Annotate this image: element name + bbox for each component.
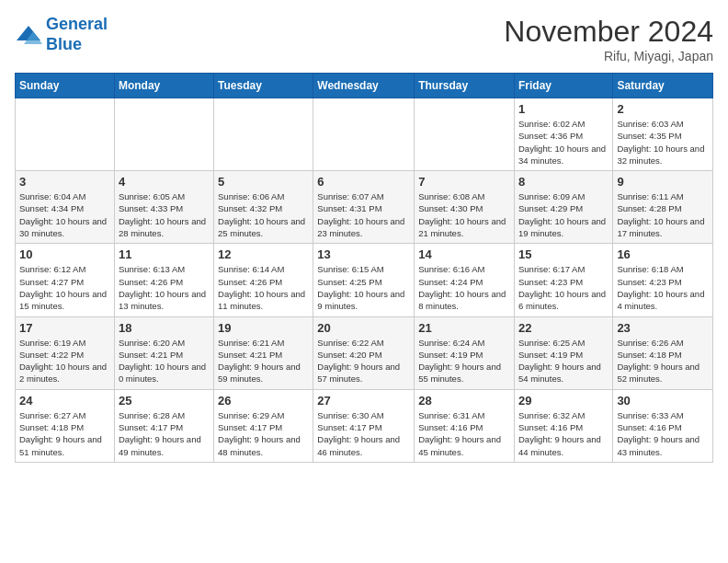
- day-number: 14: [418, 247, 510, 261]
- weekday-header-sunday: Sunday: [16, 74, 115, 98]
- day-info: Sunrise: 6:05 AM Sunset: 4:33 PM Dayligh…: [119, 190, 210, 239]
- day-info: Sunrise: 6:07 AM Sunset: 4:31 PM Dayligh…: [317, 190, 410, 239]
- day-number: 28: [418, 394, 510, 408]
- day-info: Sunrise: 6:14 AM Sunset: 4:26 PM Dayligh…: [218, 263, 309, 312]
- day-number: 3: [19, 175, 110, 189]
- calendar-cell: 11Sunrise: 6:13 AM Sunset: 4:26 PM Dayli…: [114, 244, 213, 316]
- day-number: 20: [317, 321, 410, 335]
- day-info: Sunrise: 6:31 AM Sunset: 4:16 PM Dayligh…: [418, 409, 510, 458]
- calendar-cell: 16Sunrise: 6:18 AM Sunset: 4:23 PM Dayli…: [613, 244, 713, 316]
- logo-icon: [15, 24, 42, 46]
- month-title: November 2024: [504, 15, 713, 49]
- calendar-cell: 1Sunrise: 6:02 AM Sunset: 4:36 PM Daylig…: [514, 98, 612, 171]
- day-number: 13: [317, 247, 410, 261]
- day-info: Sunrise: 6:13 AM Sunset: 4:26 PM Dayligh…: [119, 263, 210, 312]
- weekday-header-friday: Friday: [514, 74, 612, 98]
- day-info: Sunrise: 6:03 AM Sunset: 4:35 PM Dayligh…: [617, 118, 709, 167]
- day-number: 11: [119, 247, 210, 261]
- day-info: Sunrise: 6:21 AM Sunset: 4:21 PM Dayligh…: [218, 337, 309, 385]
- day-info: Sunrise: 6:26 AM Sunset: 4:18 PM Dayligh…: [617, 337, 709, 385]
- day-info: Sunrise: 6:18 AM Sunset: 4:23 PM Dayligh…: [617, 263, 709, 312]
- calendar-cell: 13Sunrise: 6:15 AM Sunset: 4:25 PM Dayli…: [313, 244, 415, 316]
- day-number: 18: [119, 321, 210, 335]
- day-number: 10: [19, 247, 110, 261]
- calendar-cell: [16, 98, 115, 171]
- day-number: 6: [317, 175, 410, 189]
- calendar-cell: 6Sunrise: 6:07 AM Sunset: 4:31 PM Daylig…: [313, 171, 415, 244]
- calendar-cell: 14Sunrise: 6:16 AM Sunset: 4:24 PM Dayli…: [415, 244, 515, 316]
- calendar-cell: 25Sunrise: 6:28 AM Sunset: 4:17 PM Dayli…: [114, 389, 213, 462]
- day-number: 22: [518, 321, 609, 335]
- day-info: Sunrise: 6:25 AM Sunset: 4:19 PM Dayligh…: [518, 337, 609, 385]
- calendar-week-3: 10Sunrise: 6:12 AM Sunset: 4:27 PM Dayli…: [16, 244, 713, 316]
- calendar-header: SundayMondayTuesdayWednesdayThursdayFrid…: [16, 74, 713, 98]
- calendar-cell: 27Sunrise: 6:30 AM Sunset: 4:17 PM Dayli…: [313, 389, 415, 462]
- calendar-cell: 24Sunrise: 6:27 AM Sunset: 4:18 PM Dayli…: [16, 389, 115, 462]
- logo-general: General: [46, 15, 108, 33]
- calendar-cell: 23Sunrise: 6:26 AM Sunset: 4:18 PM Dayli…: [613, 316, 713, 389]
- day-info: Sunrise: 6:09 AM Sunset: 4:29 PM Dayligh…: [518, 190, 609, 239]
- day-info: Sunrise: 6:15 AM Sunset: 4:25 PM Dayligh…: [317, 263, 410, 312]
- calendar-cell: 5Sunrise: 6:06 AM Sunset: 4:32 PM Daylig…: [214, 171, 313, 244]
- day-number: 17: [19, 321, 110, 335]
- day-info: Sunrise: 6:33 AM Sunset: 4:16 PM Dayligh…: [617, 409, 709, 458]
- day-info: Sunrise: 6:27 AM Sunset: 4:18 PM Dayligh…: [19, 409, 110, 458]
- day-number: 7: [418, 175, 510, 189]
- day-info: Sunrise: 6:11 AM Sunset: 4:28 PM Dayligh…: [617, 190, 709, 239]
- day-number: 4: [119, 175, 210, 189]
- day-info: Sunrise: 6:22 AM Sunset: 4:20 PM Dayligh…: [317, 337, 410, 385]
- day-info: Sunrise: 6:08 AM Sunset: 4:30 PM Dayligh…: [418, 190, 510, 239]
- day-info: Sunrise: 6:20 AM Sunset: 4:21 PM Dayligh…: [119, 337, 210, 385]
- day-number: 25: [119, 394, 210, 408]
- calendar-cell: [313, 98, 415, 171]
- day-info: Sunrise: 6:12 AM Sunset: 4:27 PM Dayligh…: [19, 263, 110, 312]
- day-number: 24: [19, 394, 110, 408]
- day-info: Sunrise: 6:29 AM Sunset: 4:17 PM Dayligh…: [218, 409, 309, 458]
- day-number: 9: [617, 175, 709, 189]
- day-number: 8: [518, 175, 609, 189]
- calendar-cell: 28Sunrise: 6:31 AM Sunset: 4:16 PM Dayli…: [415, 389, 515, 462]
- calendar-week-1: 1Sunrise: 6:02 AM Sunset: 4:36 PM Daylig…: [16, 98, 713, 171]
- day-number: 16: [617, 247, 709, 261]
- calendar-cell: 2Sunrise: 6:03 AM Sunset: 4:35 PM Daylig…: [613, 98, 713, 171]
- logo: General Blue: [15, 15, 108, 54]
- calendar-cell: 12Sunrise: 6:14 AM Sunset: 4:26 PM Dayli…: [214, 244, 313, 316]
- weekday-header-monday: Monday: [114, 74, 213, 98]
- weekday-header-thursday: Thursday: [415, 74, 515, 98]
- day-number: 5: [218, 175, 309, 189]
- day-info: Sunrise: 6:16 AM Sunset: 4:24 PM Dayligh…: [418, 263, 510, 312]
- logo-blue: Blue: [46, 35, 108, 55]
- day-info: Sunrise: 6:17 AM Sunset: 4:23 PM Dayligh…: [518, 263, 609, 312]
- day-info: Sunrise: 6:06 AM Sunset: 4:32 PM Dayligh…: [218, 190, 309, 239]
- location: Rifu, Miyagi, Japan: [504, 49, 713, 63]
- calendar-cell: 30Sunrise: 6:33 AM Sunset: 4:16 PM Dayli…: [613, 389, 713, 462]
- calendar-cell: 4Sunrise: 6:05 AM Sunset: 4:33 PM Daylig…: [114, 171, 213, 244]
- calendar-cell: 29Sunrise: 6:32 AM Sunset: 4:16 PM Dayli…: [514, 389, 612, 462]
- calendar-week-4: 17Sunrise: 6:19 AM Sunset: 4:22 PM Dayli…: [16, 316, 713, 389]
- calendar-cell: 21Sunrise: 6:24 AM Sunset: 4:19 PM Dayli…: [415, 316, 515, 389]
- day-number: 23: [617, 321, 709, 335]
- calendar-cell: 17Sunrise: 6:19 AM Sunset: 4:22 PM Dayli…: [16, 316, 115, 389]
- day-info: Sunrise: 6:24 AM Sunset: 4:19 PM Dayligh…: [418, 337, 510, 385]
- day-info: Sunrise: 6:28 AM Sunset: 4:17 PM Dayligh…: [119, 409, 210, 458]
- calendar-cell: 3Sunrise: 6:04 AM Sunset: 4:34 PM Daylig…: [16, 171, 115, 244]
- day-info: Sunrise: 6:30 AM Sunset: 4:17 PM Dayligh…: [317, 409, 410, 458]
- day-info: Sunrise: 6:04 AM Sunset: 4:34 PM Dayligh…: [19, 190, 110, 239]
- calendar-cell: 18Sunrise: 6:20 AM Sunset: 4:21 PM Dayli…: [114, 316, 213, 389]
- calendar-cell: [415, 98, 515, 171]
- calendar-cell: 22Sunrise: 6:25 AM Sunset: 4:19 PM Dayli…: [514, 316, 612, 389]
- calendar-cell: 15Sunrise: 6:17 AM Sunset: 4:23 PM Dayli…: [514, 244, 612, 316]
- calendar-body: 1Sunrise: 6:02 AM Sunset: 4:36 PM Daylig…: [16, 98, 713, 463]
- day-info: Sunrise: 6:19 AM Sunset: 4:22 PM Dayligh…: [19, 337, 110, 385]
- day-info: Sunrise: 6:32 AM Sunset: 4:16 PM Dayligh…: [518, 409, 609, 458]
- day-number: 12: [218, 247, 309, 261]
- calendar-cell: 20Sunrise: 6:22 AM Sunset: 4:20 PM Dayli…: [313, 316, 415, 389]
- title-block: November 2024 Rifu, Miyagi, Japan: [504, 15, 713, 63]
- day-number: 21: [418, 321, 510, 335]
- day-number: 1: [518, 102, 609, 116]
- day-number: 15: [518, 247, 609, 261]
- calendar-cell: 9Sunrise: 6:11 AM Sunset: 4:28 PM Daylig…: [613, 171, 713, 244]
- calendar-cell: [214, 98, 313, 171]
- calendar-cell: 26Sunrise: 6:29 AM Sunset: 4:17 PM Dayli…: [214, 389, 313, 462]
- day-info: Sunrise: 6:02 AM Sunset: 4:36 PM Dayligh…: [518, 118, 609, 167]
